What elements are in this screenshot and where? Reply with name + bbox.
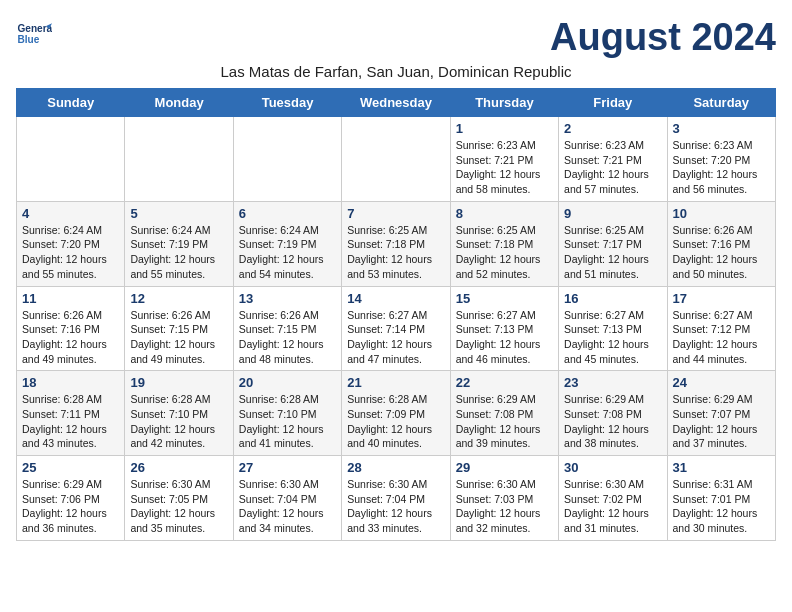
day-info: Sunrise: 6:27 AMSunset: 7:12 PMDaylight:… [673,308,770,367]
day-number: 27 [239,460,336,475]
calendar-body: 1Sunrise: 6:23 AMSunset: 7:21 PMDaylight… [17,117,776,541]
calendar-cell: 20Sunrise: 6:28 AMSunset: 7:10 PMDayligh… [233,371,341,456]
weekday-header-monday: Monday [125,89,233,117]
day-number: 20 [239,375,336,390]
day-info: Sunrise: 6:23 AMSunset: 7:21 PMDaylight:… [564,138,661,197]
calendar-cell: 2Sunrise: 6:23 AMSunset: 7:21 PMDaylight… [559,117,667,202]
svg-text:Blue: Blue [17,34,39,45]
day-info: Sunrise: 6:29 AMSunset: 7:07 PMDaylight:… [673,392,770,451]
calendar-cell: 14Sunrise: 6:27 AMSunset: 7:14 PMDayligh… [342,286,450,371]
day-number: 8 [456,206,553,221]
weekday-header-row: SundayMondayTuesdayWednesdayThursdayFrid… [17,89,776,117]
day-info: Sunrise: 6:29 AMSunset: 7:06 PMDaylight:… [22,477,119,536]
calendar-cell: 31Sunrise: 6:31 AMSunset: 7:01 PMDayligh… [667,456,775,541]
day-number: 5 [130,206,227,221]
day-info: Sunrise: 6:29 AMSunset: 7:08 PMDaylight:… [456,392,553,451]
day-info: Sunrise: 6:28 AMSunset: 7:09 PMDaylight:… [347,392,444,451]
day-info: Sunrise: 6:24 AMSunset: 7:19 PMDaylight:… [130,223,227,282]
calendar-cell [17,117,125,202]
day-info: Sunrise: 6:30 AMSunset: 7:04 PMDaylight:… [347,477,444,536]
calendar-cell: 6Sunrise: 6:24 AMSunset: 7:19 PMDaylight… [233,201,341,286]
day-number: 9 [564,206,661,221]
calendar-cell: 22Sunrise: 6:29 AMSunset: 7:08 PMDayligh… [450,371,558,456]
day-number: 19 [130,375,227,390]
calendar-cell: 11Sunrise: 6:26 AMSunset: 7:16 PMDayligh… [17,286,125,371]
calendar-cell: 19Sunrise: 6:28 AMSunset: 7:10 PMDayligh… [125,371,233,456]
day-info: Sunrise: 6:27 AMSunset: 7:13 PMDaylight:… [564,308,661,367]
calendar-week-4: 18Sunrise: 6:28 AMSunset: 7:11 PMDayligh… [17,371,776,456]
calendar-table: SundayMondayTuesdayWednesdayThursdayFrid… [16,88,776,541]
day-number: 29 [456,460,553,475]
day-number: 12 [130,291,227,306]
calendar-cell: 27Sunrise: 6:30 AMSunset: 7:04 PMDayligh… [233,456,341,541]
day-number: 11 [22,291,119,306]
calendar-cell: 5Sunrise: 6:24 AMSunset: 7:19 PMDaylight… [125,201,233,286]
calendar-cell [125,117,233,202]
day-info: Sunrise: 6:28 AMSunset: 7:10 PMDaylight:… [239,392,336,451]
day-number: 14 [347,291,444,306]
calendar-cell: 7Sunrise: 6:25 AMSunset: 7:18 PMDaylight… [342,201,450,286]
day-info: Sunrise: 6:26 AMSunset: 7:16 PMDaylight:… [22,308,119,367]
weekday-header-tuesday: Tuesday [233,89,341,117]
calendar-week-3: 11Sunrise: 6:26 AMSunset: 7:16 PMDayligh… [17,286,776,371]
day-info: Sunrise: 6:27 AMSunset: 7:14 PMDaylight:… [347,308,444,367]
svg-text:General: General [17,23,52,34]
calendar-cell: 28Sunrise: 6:30 AMSunset: 7:04 PMDayligh… [342,456,450,541]
logo-icon: General Blue [16,16,52,52]
calendar-cell: 12Sunrise: 6:26 AMSunset: 7:15 PMDayligh… [125,286,233,371]
weekday-header-thursday: Thursday [450,89,558,117]
day-number: 17 [673,291,770,306]
day-number: 22 [456,375,553,390]
month-title: August 2024 [550,16,776,59]
day-info: Sunrise: 6:25 AMSunset: 7:18 PMDaylight:… [456,223,553,282]
day-info: Sunrise: 6:28 AMSunset: 7:11 PMDaylight:… [22,392,119,451]
calendar-cell: 4Sunrise: 6:24 AMSunset: 7:20 PMDaylight… [17,201,125,286]
calendar-cell: 24Sunrise: 6:29 AMSunset: 7:07 PMDayligh… [667,371,775,456]
day-info: Sunrise: 6:30 AMSunset: 7:04 PMDaylight:… [239,477,336,536]
day-number: 24 [673,375,770,390]
calendar-cell: 17Sunrise: 6:27 AMSunset: 7:12 PMDayligh… [667,286,775,371]
day-info: Sunrise: 6:26 AMSunset: 7:16 PMDaylight:… [673,223,770,282]
weekday-header-wednesday: Wednesday [342,89,450,117]
day-number: 18 [22,375,119,390]
day-info: Sunrise: 6:24 AMSunset: 7:19 PMDaylight:… [239,223,336,282]
day-number: 23 [564,375,661,390]
calendar-cell: 9Sunrise: 6:25 AMSunset: 7:17 PMDaylight… [559,201,667,286]
day-number: 15 [456,291,553,306]
day-info: Sunrise: 6:30 AMSunset: 7:03 PMDaylight:… [456,477,553,536]
calendar-cell [233,117,341,202]
day-number: 4 [22,206,119,221]
calendar-week-2: 4Sunrise: 6:24 AMSunset: 7:20 PMDaylight… [17,201,776,286]
calendar-cell: 23Sunrise: 6:29 AMSunset: 7:08 PMDayligh… [559,371,667,456]
logo: General Blue [16,16,52,52]
day-number: 13 [239,291,336,306]
day-info: Sunrise: 6:26 AMSunset: 7:15 PMDaylight:… [239,308,336,367]
day-number: 7 [347,206,444,221]
day-info: Sunrise: 6:24 AMSunset: 7:20 PMDaylight:… [22,223,119,282]
day-number: 30 [564,460,661,475]
day-number: 10 [673,206,770,221]
day-info: Sunrise: 6:26 AMSunset: 7:15 PMDaylight:… [130,308,227,367]
day-number: 25 [22,460,119,475]
day-number: 26 [130,460,227,475]
day-info: Sunrise: 6:30 AMSunset: 7:05 PMDaylight:… [130,477,227,536]
day-number: 1 [456,121,553,136]
calendar-week-1: 1Sunrise: 6:23 AMSunset: 7:21 PMDaylight… [17,117,776,202]
day-number: 6 [239,206,336,221]
calendar-cell: 25Sunrise: 6:29 AMSunset: 7:06 PMDayligh… [17,456,125,541]
day-info: Sunrise: 6:25 AMSunset: 7:17 PMDaylight:… [564,223,661,282]
day-info: Sunrise: 6:31 AMSunset: 7:01 PMDaylight:… [673,477,770,536]
day-info: Sunrise: 6:30 AMSunset: 7:02 PMDaylight:… [564,477,661,536]
day-number: 2 [564,121,661,136]
day-info: Sunrise: 6:23 AMSunset: 7:21 PMDaylight:… [456,138,553,197]
calendar-cell [342,117,450,202]
calendar-cell: 16Sunrise: 6:27 AMSunset: 7:13 PMDayligh… [559,286,667,371]
calendar-cell: 13Sunrise: 6:26 AMSunset: 7:15 PMDayligh… [233,286,341,371]
day-number: 31 [673,460,770,475]
calendar-cell: 10Sunrise: 6:26 AMSunset: 7:16 PMDayligh… [667,201,775,286]
day-info: Sunrise: 6:27 AMSunset: 7:13 PMDaylight:… [456,308,553,367]
day-number: 28 [347,460,444,475]
day-info: Sunrise: 6:23 AMSunset: 7:20 PMDaylight:… [673,138,770,197]
weekday-header-saturday: Saturday [667,89,775,117]
calendar-subtitle: Las Matas de Farfan, San Juan, Dominican… [16,63,776,80]
